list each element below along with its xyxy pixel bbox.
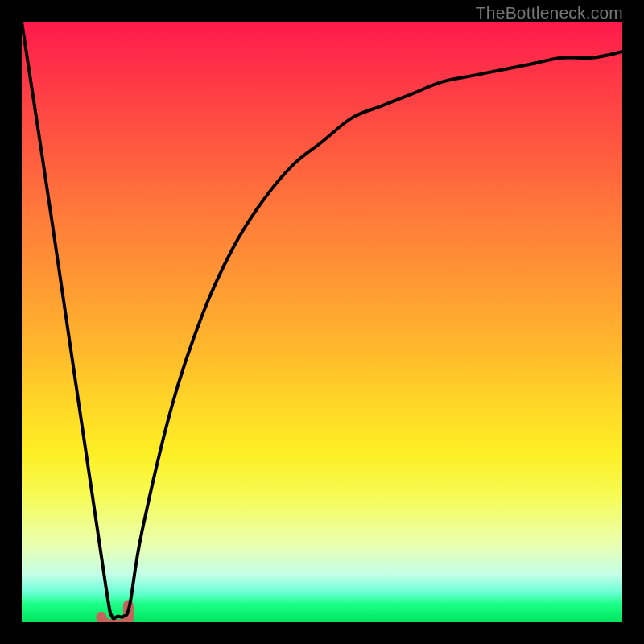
plot-area	[22, 22, 622, 622]
watermark-text: TheBottleneck.com	[476, 3, 623, 23]
marker-j-hook	[101, 605, 129, 622]
bottleneck-curve	[22, 22, 622, 619]
curve-layer	[22, 22, 622, 622]
chart-frame: TheBottleneck.com	[0, 0, 644, 644]
